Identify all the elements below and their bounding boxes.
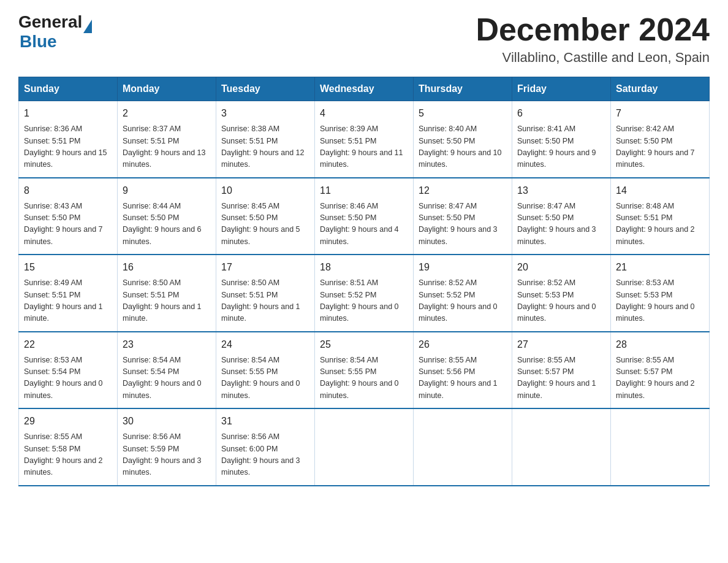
calendar-cell: 18Sunrise: 8:51 AMSunset: 5:52 PMDayligh… — [315, 255, 414, 332]
day-number: 9 — [123, 183, 211, 198]
calendar-cell: 13Sunrise: 8:47 AMSunset: 5:50 PMDayligh… — [512, 178, 611, 255]
calendar-cell — [414, 408, 512, 486]
day-number: 20 — [517, 260, 605, 275]
day-number: 21 — [616, 260, 704, 275]
day-info: Sunrise: 8:36 AMSunset: 5:51 PMDaylight:… — [24, 123, 112, 171]
day-number: 27 — [517, 337, 605, 352]
calendar-cell: 29Sunrise: 8:55 AMSunset: 5:58 PMDayligh… — [19, 408, 118, 486]
day-number: 5 — [419, 106, 507, 121]
day-number: 11 — [320, 183, 408, 198]
day-info: Sunrise: 8:48 AMSunset: 5:51 PMDaylight:… — [616, 201, 704, 248]
logo-general-text: General — [18, 12, 82, 32]
calendar-cell — [611, 408, 710, 486]
calendar-cell: 15Sunrise: 8:49 AMSunset: 5:51 PMDayligh… — [19, 255, 118, 332]
calendar-cell: 27Sunrise: 8:55 AMSunset: 5:57 PMDayligh… — [512, 332, 611, 409]
day-number: 2 — [123, 106, 211, 121]
day-number: 8 — [24, 183, 112, 198]
calendar-cell: 24Sunrise: 8:54 AMSunset: 5:55 PMDayligh… — [216, 332, 315, 409]
calendar-cell: 8Sunrise: 8:43 AMSunset: 5:50 PMDaylight… — [19, 178, 118, 255]
col-wednesday: Wednesday — [315, 77, 414, 101]
day-info: Sunrise: 8:49 AMSunset: 5:51 PMDaylight:… — [24, 277, 112, 325]
calendar-week-2: 8Sunrise: 8:43 AMSunset: 5:50 PMDaylight… — [19, 178, 710, 255]
calendar-cell — [512, 408, 611, 486]
day-info: Sunrise: 8:50 AMSunset: 5:51 PMDaylight:… — [221, 277, 309, 325]
day-info: Sunrise: 8:38 AMSunset: 5:51 PMDaylight:… — [221, 123, 309, 171]
calendar-cell: 2Sunrise: 8:37 AMSunset: 5:51 PMDaylight… — [118, 101, 216, 178]
day-info: Sunrise: 8:40 AMSunset: 5:50 PMDaylight:… — [419, 123, 507, 171]
calendar-cell — [315, 408, 414, 486]
day-info: Sunrise: 8:46 AMSunset: 5:50 PMDaylight:… — [320, 201, 408, 248]
calendar-cell: 5Sunrise: 8:40 AMSunset: 5:50 PMDaylight… — [414, 101, 512, 178]
calendar-cell: 22Sunrise: 8:53 AMSunset: 5:54 PMDayligh… — [19, 332, 118, 409]
calendar-cell: 4Sunrise: 8:39 AMSunset: 5:51 PMDaylight… — [315, 101, 414, 178]
day-number: 7 — [616, 106, 704, 121]
day-info: Sunrise: 8:56 AMSunset: 6:00 PMDaylight:… — [221, 431, 309, 479]
col-thursday: Thursday — [414, 77, 512, 101]
calendar-cell: 26Sunrise: 8:55 AMSunset: 5:56 PMDayligh… — [414, 332, 512, 409]
col-friday: Friday — [512, 77, 611, 101]
day-number: 16 — [123, 260, 211, 275]
day-info: Sunrise: 8:47 AMSunset: 5:50 PMDaylight:… — [419, 201, 507, 248]
header-row: Sunday Monday Tuesday Wednesday Thursday… — [19, 77, 710, 101]
calendar-cell: 25Sunrise: 8:54 AMSunset: 5:55 PMDayligh… — [315, 332, 414, 409]
calendar-cell: 20Sunrise: 8:52 AMSunset: 5:53 PMDayligh… — [512, 255, 611, 332]
day-number: 18 — [320, 260, 408, 275]
calendar-cell: 9Sunrise: 8:44 AMSunset: 5:50 PMDaylight… — [118, 178, 216, 255]
day-info: Sunrise: 8:52 AMSunset: 5:53 PMDaylight:… — [517, 277, 605, 325]
day-number: 25 — [320, 337, 408, 352]
day-number: 31 — [221, 414, 309, 429]
title-block: December 2024 Villablino, Castille and L… — [476, 12, 710, 66]
calendar-cell: 7Sunrise: 8:42 AMSunset: 5:50 PMDaylight… — [611, 101, 710, 178]
day-info: Sunrise: 8:54 AMSunset: 5:54 PMDaylight:… — [123, 354, 211, 402]
calendar-cell: 17Sunrise: 8:50 AMSunset: 5:51 PMDayligh… — [216, 255, 315, 332]
day-info: Sunrise: 8:43 AMSunset: 5:50 PMDaylight:… — [24, 201, 112, 248]
day-info: Sunrise: 8:54 AMSunset: 5:55 PMDaylight:… — [320, 354, 408, 402]
calendar-cell: 31Sunrise: 8:56 AMSunset: 6:00 PMDayligh… — [216, 408, 315, 486]
calendar-cell: 16Sunrise: 8:50 AMSunset: 5:51 PMDayligh… — [118, 255, 216, 332]
col-tuesday: Tuesday — [216, 77, 315, 101]
day-number: 22 — [24, 337, 112, 352]
day-number: 12 — [419, 183, 507, 198]
calendar-cell: 23Sunrise: 8:54 AMSunset: 5:54 PMDayligh… — [118, 332, 216, 409]
day-info: Sunrise: 8:53 AMSunset: 5:54 PMDaylight:… — [24, 354, 112, 402]
day-number: 13 — [517, 183, 605, 198]
col-saturday: Saturday — [611, 77, 710, 101]
day-number: 1 — [24, 106, 112, 121]
logo-blue-text: Blue — [20, 32, 57, 52]
calendar-week-3: 15Sunrise: 8:49 AMSunset: 5:51 PMDayligh… — [19, 255, 710, 332]
calendar-week-4: 22Sunrise: 8:53 AMSunset: 5:54 PMDayligh… — [19, 332, 710, 409]
day-number: 24 — [221, 337, 309, 352]
calendar-week-5: 29Sunrise: 8:55 AMSunset: 5:58 PMDayligh… — [19, 408, 710, 486]
calendar-cell: 19Sunrise: 8:52 AMSunset: 5:52 PMDayligh… — [414, 255, 512, 332]
day-number: 26 — [419, 337, 507, 352]
calendar-cell: 10Sunrise: 8:45 AMSunset: 5:50 PMDayligh… — [216, 178, 315, 255]
day-number: 3 — [221, 106, 309, 121]
logo: General Blue — [18, 12, 92, 52]
calendar-cell: 12Sunrise: 8:47 AMSunset: 5:50 PMDayligh… — [414, 178, 512, 255]
calendar-week-1: 1Sunrise: 8:36 AMSunset: 5:51 PMDaylight… — [19, 101, 710, 178]
day-info: Sunrise: 8:37 AMSunset: 5:51 PMDaylight:… — [123, 123, 211, 171]
day-info: Sunrise: 8:51 AMSunset: 5:52 PMDaylight:… — [320, 277, 408, 325]
page-subtitle: Villablino, Castille and Leon, Spain — [476, 50, 710, 66]
day-number: 29 — [24, 414, 112, 429]
calendar-cell: 14Sunrise: 8:48 AMSunset: 5:51 PMDayligh… — [611, 178, 710, 255]
calendar-cell: 30Sunrise: 8:56 AMSunset: 5:59 PMDayligh… — [118, 408, 216, 486]
day-number: 14 — [616, 183, 704, 198]
day-number: 10 — [221, 183, 309, 198]
day-info: Sunrise: 8:47 AMSunset: 5:50 PMDaylight:… — [517, 201, 605, 248]
calendar-header: Sunday Monday Tuesday Wednesday Thursday… — [19, 77, 710, 101]
day-number: 6 — [517, 106, 605, 121]
page-title: December 2024 — [476, 12, 710, 47]
logo-triangle-icon — [83, 20, 92, 33]
day-number: 19 — [419, 260, 507, 275]
calendar-cell: 3Sunrise: 8:38 AMSunset: 5:51 PMDaylight… — [216, 101, 315, 178]
day-info: Sunrise: 8:55 AMSunset: 5:56 PMDaylight:… — [419, 354, 507, 402]
day-number: 30 — [123, 414, 211, 429]
col-sunday: Sunday — [19, 77, 118, 101]
page-header: General Blue December 2024 Villablino, C… — [18, 12, 710, 66]
calendar-cell: 28Sunrise: 8:55 AMSunset: 5:57 PMDayligh… — [611, 332, 710, 409]
calendar-body: 1Sunrise: 8:36 AMSunset: 5:51 PMDaylight… — [19, 101, 710, 486]
day-info: Sunrise: 8:45 AMSunset: 5:50 PMDaylight:… — [221, 201, 309, 248]
calendar-cell: 6Sunrise: 8:41 AMSunset: 5:50 PMDaylight… — [512, 101, 611, 178]
calendar-cell: 21Sunrise: 8:53 AMSunset: 5:53 PMDayligh… — [611, 255, 710, 332]
